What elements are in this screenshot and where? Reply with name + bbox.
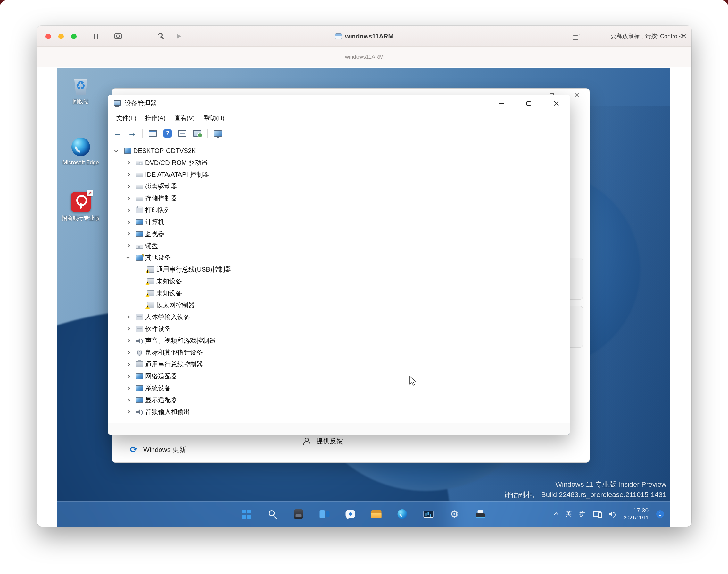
devices-button[interactable] <box>211 127 225 140</box>
tree-item[interactable]: 未知设备 <box>108 276 570 287</box>
mac-titlebar: windows11ARM 要释放鼠标，请按: Control-⌘ <box>37 26 691 47</box>
chevron-down-icon[interactable] <box>124 254 132 262</box>
chevron-right-icon[interactable] <box>124 408 132 416</box>
software-device-icon <box>136 326 143 332</box>
tree-item[interactable]: 存储控制器 <box>108 193 570 204</box>
tree-root-item[interactable]: DESKTOP-GDTVS2K <box>108 145 570 157</box>
vm-display-mode-button[interactable] <box>571 32 581 41</box>
tree-item[interactable]: 网络适配器 <box>108 370 570 382</box>
ime-english-indicator[interactable]: 英 <box>565 510 572 518</box>
tree-item[interactable]: 声音、视频和游戏控制器 <box>108 335 570 346</box>
tree-item[interactable]: DVD/CD-ROM 驱动器 <box>108 157 570 169</box>
mac-minimize-button[interactable] <box>58 34 64 39</box>
mac-subbar: windows11ARM <box>37 47 691 67</box>
minimize-icon <box>499 103 504 104</box>
chevron-right-icon[interactable] <box>124 218 132 226</box>
chevron-right-icon[interactable] <box>124 242 132 250</box>
notification-badge[interactable]: 1 <box>656 510 664 518</box>
dark-app-taskbar-button[interactable] <box>290 506 307 522</box>
vm-pause-button[interactable] <box>90 31 102 42</box>
tree-item[interactable]: 计算机 <box>108 216 570 228</box>
volume-tray-icon[interactable] <box>609 511 616 517</box>
tree-item[interactable]: 软件设备 <box>108 323 570 335</box>
wrench-icon <box>157 32 165 40</box>
mac-zoom-button[interactable] <box>71 34 77 39</box>
tray-overflow-button[interactable] <box>555 512 558 516</box>
chevron-right-icon[interactable] <box>124 171 132 178</box>
chevron-right-icon[interactable] <box>124 337 132 345</box>
feedback-link[interactable]: 提供反馈 <box>304 437 343 446</box>
tree-item[interactable]: 音频输入和输出 <box>108 406 570 418</box>
chevron-right-icon[interactable] <box>124 230 132 238</box>
menu-view[interactable]: 查看(V) <box>170 112 199 124</box>
chevron-right-icon[interactable] <box>124 159 132 167</box>
chevron-right-icon[interactable] <box>124 206 132 214</box>
chevron-right-icon[interactable] <box>124 361 132 368</box>
chat-taskbar-button[interactable] <box>343 506 359 522</box>
chevron-right-icon[interactable] <box>124 313 132 321</box>
display-tray-icon[interactable] <box>593 511 601 517</box>
chevron-right-icon[interactable] <box>124 396 132 404</box>
chevron-right-icon[interactable] <box>124 183 132 191</box>
storage-controller-icon <box>136 197 143 201</box>
device-manager-taskbar-button[interactable] <box>472 506 488 522</box>
tree-item[interactable]: 通用串行总线控制器 <box>108 359 570 370</box>
settings-taskbar-button[interactable] <box>446 506 462 522</box>
chevron-right-icon[interactable] <box>124 195 132 202</box>
chevron-right-icon[interactable] <box>124 349 132 357</box>
start-taskbar-button[interactable] <box>239 506 255 522</box>
file-explorer-taskbar-button[interactable] <box>368 506 384 522</box>
scan-hardware-button[interactable] <box>190 127 204 140</box>
device-manager-titlebar[interactable]: 设备管理器 <box>108 95 570 112</box>
close-button[interactable] <box>543 95 570 112</box>
usb-controller-unknown-icon <box>147 266 154 273</box>
tree-item[interactable]: 人体学输入设备 <box>108 311 570 323</box>
chevron-right-icon[interactable] <box>124 373 132 380</box>
tree-item[interactable]: IDE ATA/ATAPI 控制器 <box>108 169 570 180</box>
search-taskbar-button[interactable] <box>265 506 281 522</box>
chevron-right-icon[interactable] <box>124 384 132 392</box>
chevron-right-icon[interactable] <box>124 325 132 333</box>
device-manager-window: 设备管理器 文件(F) 操作(A) 查看(V) 帮助(H) DESKTOP-GD… <box>108 94 571 435</box>
computer-icon <box>136 219 143 225</box>
menu-action[interactable]: 操作(A) <box>141 112 170 124</box>
task-view-taskbar-button[interactable] <box>317 506 332 522</box>
ime-pinyin-indicator[interactable]: 拼 <box>579 510 585 518</box>
console-tree-button[interactable] <box>146 127 160 140</box>
desktop-icon-recycle-bin[interactable]: 回收站 <box>61 75 100 105</box>
menu-file[interactable]: 文件(F) <box>112 112 141 124</box>
tree-item[interactable]: 鼠标和其他指针设备 <box>108 346 570 359</box>
vm-snapshot-button[interactable] <box>112 31 124 42</box>
tree-item[interactable]: 监视器 <box>108 228 570 240</box>
windows-update-label: Windows 更新 <box>143 445 186 454</box>
vm-play-button[interactable] <box>173 31 185 42</box>
clock[interactable]: 17:30 2021/11/11 <box>624 507 648 522</box>
help-button[interactable] <box>161 127 174 140</box>
tree-item[interactable]: 未知设备 <box>108 287 570 299</box>
vm-settings-button[interactable] <box>156 31 167 42</box>
tree-item[interactable]: 系统设备 <box>108 382 570 394</box>
tree-item[interactable]: 显示适配器 <box>108 394 570 406</box>
maximize-button[interactable] <box>515 95 543 112</box>
system-monitor-taskbar-button[interactable] <box>420 506 437 522</box>
back-button[interactable] <box>110 127 124 140</box>
menu-help[interactable]: 帮助(H) <box>199 112 229 124</box>
desktop-icon-edge[interactable]: Microsoft Edge <box>61 137 100 166</box>
tree-item-label: 存储控制器 <box>145 194 177 203</box>
tree-item[interactable]: 键盘 <box>108 240 570 252</box>
sound-controller-icon <box>136 338 143 344</box>
desktop-icon-cmb-bank[interactable]: 招商银行专业版 <box>61 192 100 222</box>
properties-button[interactable] <box>176 127 189 140</box>
forward-button[interactable] <box>125 127 139 140</box>
settings-close-button[interactable] <box>572 90 582 99</box>
tree-item[interactable]: 其他设备 <box>108 252 570 263</box>
minimize-button[interactable] <box>487 95 515 112</box>
chevron-down-icon[interactable] <box>112 147 120 155</box>
tree-item[interactable]: 打印队列 <box>108 204 570 216</box>
mac-close-button[interactable] <box>46 34 51 39</box>
edge-taskbar-button[interactable] <box>395 506 410 522</box>
tree-item[interactable]: 以太网控制器 <box>108 299 570 311</box>
windows-update-item[interactable]: Windows 更新 <box>129 445 186 454</box>
tree-item[interactable]: 通用串行总线(USB)控制器 <box>108 263 570 276</box>
tree-item[interactable]: 磁盘驱动器 <box>108 180 570 193</box>
